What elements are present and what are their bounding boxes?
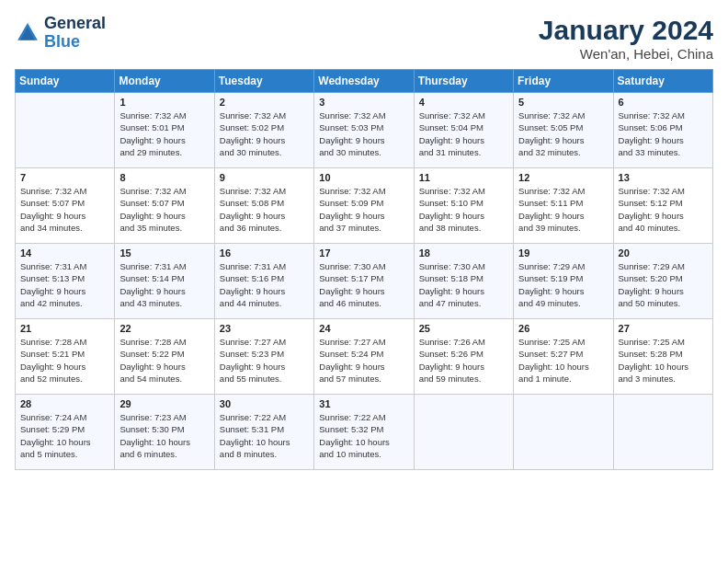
calendar-cell: 22Sunrise: 7:28 AM Sunset: 5:22 PM Dayli…: [115, 319, 214, 395]
day-info: Sunrise: 7:27 AM Sunset: 5:23 PM Dayligh…: [220, 336, 309, 385]
calendar-cell: 31Sunrise: 7:22 AM Sunset: 5:32 PM Dayli…: [314, 395, 414, 470]
day-number: 9: [220, 172, 309, 183]
day-info: Sunrise: 7:32 AM Sunset: 5:11 PM Dayligh…: [518, 185, 608, 234]
day-info: Sunrise: 7:32 AM Sunset: 5:07 PM Dayligh…: [119, 185, 209, 234]
title-block: January 2024 Wen'an, Hebei, China: [539, 15, 713, 62]
calendar-cell: 7Sunrise: 7:32 AM Sunset: 5:07 PM Daylig…: [16, 168, 115, 244]
calendar-cell: 23Sunrise: 7:27 AM Sunset: 5:23 PM Dayli…: [214, 319, 313, 395]
calendar-cell: 18Sunrise: 7:30 AM Sunset: 5:18 PM Dayli…: [414, 244, 513, 319]
day-info: Sunrise: 7:30 AM Sunset: 5:18 PM Dayligh…: [419, 260, 508, 309]
header-cell-wednesday: Wednesday: [314, 70, 414, 93]
calendar-cell: [514, 395, 613, 470]
week-row-3: 14Sunrise: 7:31 AM Sunset: 5:13 PM Dayli…: [16, 244, 713, 319]
day-info: Sunrise: 7:32 AM Sunset: 5:09 PM Dayligh…: [319, 185, 408, 234]
day-number: 3: [319, 97, 408, 108]
logo-icon: [15, 20, 40, 46]
calendar-cell: 16Sunrise: 7:31 AM Sunset: 5:16 PM Dayli…: [214, 244, 313, 319]
day-info: Sunrise: 7:32 AM Sunset: 5:05 PM Dayligh…: [518, 109, 608, 158]
day-number: 10: [319, 172, 408, 183]
day-info: Sunrise: 7:25 AM Sunset: 5:27 PM Dayligh…: [518, 336, 608, 385]
day-info: Sunrise: 7:22 AM Sunset: 5:31 PM Dayligh…: [220, 411, 309, 460]
day-number: 28: [20, 398, 109, 409]
day-info: Sunrise: 7:32 AM Sunset: 5:04 PM Dayligh…: [419, 109, 508, 158]
calendar-cell: 26Sunrise: 7:25 AM Sunset: 5:27 PM Dayli…: [514, 319, 613, 395]
calendar-cell: 9Sunrise: 7:32 AM Sunset: 5:08 PM Daylig…: [214, 168, 313, 244]
day-number: 14: [20, 247, 109, 259]
week-row-4: 21Sunrise: 7:28 AM Sunset: 5:21 PM Dayli…: [16, 319, 713, 395]
day-info: Sunrise: 7:29 AM Sunset: 5:20 PM Dayligh…: [619, 260, 708, 309]
calendar-cell: 1Sunrise: 7:32 AM Sunset: 5:01 PM Daylig…: [115, 93, 214, 168]
week-row-2: 7Sunrise: 7:32 AM Sunset: 5:07 PM Daylig…: [16, 168, 713, 244]
day-info: Sunrise: 7:32 AM Sunset: 5:06 PM Dayligh…: [619, 109, 708, 158]
day-number: 11: [419, 172, 508, 183]
calendar-cell: 10Sunrise: 7:32 AM Sunset: 5:09 PM Dayli…: [314, 168, 414, 244]
day-number: 5: [518, 97, 608, 108]
day-info: Sunrise: 7:31 AM Sunset: 5:13 PM Dayligh…: [20, 260, 109, 309]
day-number: 31: [319, 398, 408, 409]
day-number: 22: [119, 323, 209, 334]
calendar-cell: 29Sunrise: 7:23 AM Sunset: 5:30 PM Dayli…: [115, 395, 214, 470]
day-number: 6: [619, 97, 708, 108]
logo: General Blue: [15, 15, 106, 52]
day-number: 18: [419, 247, 508, 259]
day-number: 30: [220, 398, 309, 409]
week-row-5: 28Sunrise: 7:24 AM Sunset: 5:29 PM Dayli…: [16, 395, 713, 470]
calendar-cell: 3Sunrise: 7:32 AM Sunset: 5:03 PM Daylig…: [314, 93, 414, 168]
calendar-cell: 17Sunrise: 7:30 AM Sunset: 5:17 PM Dayli…: [314, 244, 414, 319]
header-cell-friday: Friday: [514, 70, 613, 93]
calendar-cell: 13Sunrise: 7:32 AM Sunset: 5:12 PM Dayli…: [613, 168, 712, 244]
day-info: Sunrise: 7:31 AM Sunset: 5:16 PM Dayligh…: [220, 260, 309, 309]
calendar-body: 1Sunrise: 7:32 AM Sunset: 5:01 PM Daylig…: [16, 93, 713, 470]
day-number: 1: [119, 97, 209, 108]
day-info: Sunrise: 7:31 AM Sunset: 5:14 PM Dayligh…: [119, 260, 209, 309]
calendar-cell: [16, 93, 115, 168]
day-number: 23: [220, 323, 309, 334]
day-number: 19: [518, 247, 608, 259]
header-cell-sunday: Sunday: [16, 70, 115, 93]
header-cell-thursday: Thursday: [414, 70, 513, 93]
day-number: 4: [419, 97, 508, 108]
day-info: Sunrise: 7:30 AM Sunset: 5:17 PM Dayligh…: [319, 260, 408, 309]
day-info: Sunrise: 7:32 AM Sunset: 5:08 PM Dayligh…: [220, 185, 309, 234]
day-number: 27: [619, 323, 708, 334]
day-number: 8: [119, 172, 209, 183]
day-info: Sunrise: 7:32 AM Sunset: 5:12 PM Dayligh…: [619, 185, 708, 234]
calendar-cell: [613, 395, 712, 470]
day-number: 15: [119, 247, 209, 259]
logo-text-general: General: [44, 15, 106, 33]
calendar-cell: 6Sunrise: 7:32 AM Sunset: 5:06 PM Daylig…: [613, 93, 712, 168]
header-cell-saturday: Saturday: [613, 70, 712, 93]
day-number: 20: [619, 247, 708, 259]
calendar-cell: 14Sunrise: 7:31 AM Sunset: 5:13 PM Dayli…: [16, 244, 115, 319]
calendar-cell: 28Sunrise: 7:24 AM Sunset: 5:29 PM Dayli…: [16, 395, 115, 470]
calendar-title: January 2024: [539, 15, 713, 46]
calendar-cell: 19Sunrise: 7:29 AM Sunset: 5:19 PM Dayli…: [514, 244, 613, 319]
day-info: Sunrise: 7:25 AM Sunset: 5:28 PM Dayligh…: [619, 336, 708, 385]
day-info: Sunrise: 7:32 AM Sunset: 5:01 PM Dayligh…: [119, 109, 209, 158]
calendar-cell: 15Sunrise: 7:31 AM Sunset: 5:14 PM Dayli…: [115, 244, 214, 319]
calendar-cell: 21Sunrise: 7:28 AM Sunset: 5:21 PM Dayli…: [16, 319, 115, 395]
calendar-cell: 2Sunrise: 7:32 AM Sunset: 5:02 PM Daylig…: [214, 93, 313, 168]
day-number: 21: [20, 323, 109, 334]
day-number: 25: [419, 323, 508, 334]
calendar-table: SundayMondayTuesdayWednesdayThursdayFrid…: [15, 69, 713, 470]
calendar-cell: 5Sunrise: 7:32 AM Sunset: 5:05 PM Daylig…: [514, 93, 613, 168]
day-number: 26: [518, 323, 608, 334]
calendar-cell: 30Sunrise: 7:22 AM Sunset: 5:31 PM Dayli…: [214, 395, 313, 470]
day-number: 29: [119, 398, 209, 409]
day-info: Sunrise: 7:32 AM Sunset: 5:07 PM Dayligh…: [20, 185, 109, 234]
day-info: Sunrise: 7:28 AM Sunset: 5:21 PM Dayligh…: [20, 336, 109, 385]
day-info: Sunrise: 7:22 AM Sunset: 5:32 PM Dayligh…: [319, 411, 408, 460]
day-info: Sunrise: 7:27 AM Sunset: 5:24 PM Dayligh…: [319, 336, 408, 385]
calendar-cell: 20Sunrise: 7:29 AM Sunset: 5:20 PM Dayli…: [613, 244, 712, 319]
day-info: Sunrise: 7:29 AM Sunset: 5:19 PM Dayligh…: [518, 260, 608, 309]
day-number: 12: [518, 172, 608, 183]
header-cell-monday: Monday: [115, 70, 214, 93]
calendar-cell: 12Sunrise: 7:32 AM Sunset: 5:11 PM Dayli…: [514, 168, 613, 244]
calendar-subtitle: Wen'an, Hebei, China: [539, 46, 713, 62]
calendar-cell: 27Sunrise: 7:25 AM Sunset: 5:28 PM Dayli…: [613, 319, 712, 395]
header-row: SundayMondayTuesdayWednesdayThursdayFrid…: [16, 70, 713, 93]
calendar-header: SundayMondayTuesdayWednesdayThursdayFrid…: [16, 70, 713, 93]
day-info: Sunrise: 7:24 AM Sunset: 5:29 PM Dayligh…: [20, 411, 109, 460]
day-number: 7: [20, 172, 109, 183]
